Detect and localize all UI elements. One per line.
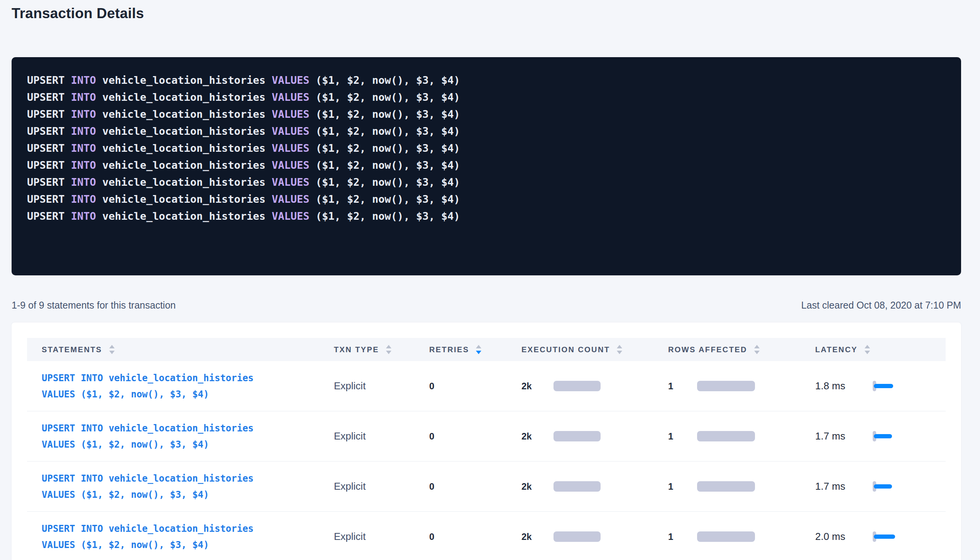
sort-desc-icon[interactable] — [109, 351, 115, 354]
statement-link[interactable]: UPSERT INTO vehicle_location_historiesVA… — [42, 420, 319, 453]
sort-asc-icon[interactable] — [754, 345, 760, 348]
sort-asc-icon[interactable] — [476, 345, 481, 348]
sql-statements-box: UPSERT INTO vehicle_location_histories V… — [12, 57, 961, 275]
sql-text: ($1, $2, now(), $3, $4) — [310, 159, 460, 171]
rows-affected-cell: 1 — [653, 481, 801, 492]
sort-control[interactable] — [617, 345, 622, 354]
statement-line-1: UPSERT INTO vehicle_location_histories — [42, 370, 319, 386]
latency-cell: 1.8 ms — [801, 380, 946, 392]
table-header-row: STATEMENTSTXN TYPERETRIESEXECUTION COUNT… — [27, 338, 946, 361]
column-header-label: STATEMENTS — [42, 345, 102, 354]
sort-asc-icon[interactable] — [865, 345, 870, 348]
sql-keyword: VALUES — [272, 74, 310, 86]
execution-count-bar — [553, 381, 601, 391]
sql-text — [65, 91, 71, 103]
sql-code-line: UPSERT INTO vehicle_location_histories V… — [27, 106, 946, 123]
execution-count-bar — [553, 481, 601, 492]
column-header-retries[interactable]: RETRIES — [415, 345, 507, 354]
sql-text — [65, 176, 71, 188]
rows-affected-cell: 1 — [653, 381, 801, 392]
sql-keyword: INTO — [71, 91, 96, 103]
execution-count-value: 2k — [521, 531, 553, 542]
sql-text: UPSERT — [27, 74, 65, 86]
execution-count-value: 2k — [521, 381, 553, 392]
sql-keyword: INTO — [71, 74, 96, 86]
statement-cell: UPSERT INTO vehicle_location_historiesVA… — [27, 470, 319, 503]
page-title: Transaction Details — [12, 5, 144, 22]
sql-keyword: INTO — [71, 193, 96, 205]
sql-keyword: VALUES — [272, 125, 310, 137]
statement-line-2: VALUES ($1, $2, now(), $3, $4) — [42, 487, 319, 503]
sql-text: ($1, $2, now(), $3, $4) — [310, 125, 460, 137]
column-header-statements[interactable]: STATEMENTS — [27, 345, 319, 354]
sql-text: UPSERT — [27, 193, 65, 205]
sql-text: UPSERT — [27, 159, 65, 171]
sort-control[interactable] — [865, 345, 870, 354]
statements-table-card: STATEMENTSTXN TYPERETRIESEXECUTION COUNT… — [12, 322, 961, 560]
txn-type-cell: Explicit — [319, 480, 415, 492]
execution-count-cell: 2k — [507, 531, 653, 542]
column-header-execution-count[interactable]: EXECUTION COUNT — [507, 345, 653, 354]
sort-control[interactable] — [109, 345, 115, 354]
sort-asc-icon[interactable] — [617, 345, 622, 348]
sql-text: vehicle_location_histories — [96, 142, 272, 154]
sql-text: vehicle_location_histories — [96, 91, 272, 103]
latency-bar-chart — [873, 431, 893, 441]
txn-type-cell: Explicit — [319, 380, 415, 392]
sql-keyword: INTO — [71, 159, 96, 171]
sort-desc-icon[interactable] — [617, 351, 622, 354]
statement-line-2: VALUES ($1, $2, now(), $3, $4) — [42, 386, 319, 402]
execution-count-value: 2k — [521, 481, 553, 492]
latency-bar — [874, 384, 893, 388]
sql-text: ($1, $2, now(), $3, $4) — [310, 142, 460, 154]
sql-text: ($1, $2, now(), $3, $4) — [310, 176, 460, 188]
statement-link[interactable]: UPSERT INTO vehicle_location_historiesVA… — [42, 521, 319, 553]
statement-link[interactable]: UPSERT INTO vehicle_location_historiesVA… — [42, 470, 319, 503]
sql-code-line: UPSERT INTO vehicle_location_histories V… — [27, 89, 946, 106]
table-row: UPSERT INTO vehicle_location_historiesVA… — [27, 512, 946, 560]
sort-asc-icon[interactable] — [109, 345, 115, 348]
sql-keyword: INTO — [71, 210, 96, 222]
rows-affected-value: 1 — [668, 431, 697, 442]
latency-value: 1.7 ms — [815, 430, 873, 442]
sort-control[interactable] — [476, 345, 481, 354]
column-header-rows-affected[interactable]: ROWS AFFECTED — [653, 345, 801, 354]
sql-text — [65, 108, 71, 120]
sql-text: ($1, $2, now(), $3, $4) — [310, 74, 460, 86]
rows-affected-bar — [697, 381, 755, 391]
sort-control[interactable] — [754, 345, 760, 354]
statement-line-1: UPSERT INTO vehicle_location_histories — [42, 470, 319, 487]
sql-text: vehicle_location_histories — [96, 176, 272, 188]
sql-text: ($1, $2, now(), $3, $4) — [310, 108, 460, 120]
sort-desc-icon[interactable] — [386, 351, 391, 354]
sort-desc-icon[interactable] — [476, 351, 481, 354]
sql-text: UPSERT — [27, 176, 65, 188]
latency-value: 1.8 ms — [815, 380, 873, 392]
rows-affected-bar — [697, 431, 755, 441]
rows-affected-value: 1 — [668, 531, 697, 542]
execution-count-value: 2k — [521, 431, 553, 442]
table-body: UPSERT INTO vehicle_location_historiesVA… — [27, 361, 946, 560]
column-header-latency[interactable]: LATENCY — [801, 345, 946, 354]
column-header-txn-type[interactable]: TXN TYPE — [319, 345, 415, 354]
sql-keyword: VALUES — [272, 91, 310, 103]
rows-affected-value: 1 — [668, 481, 697, 492]
sql-text — [65, 142, 71, 154]
sort-asc-icon[interactable] — [386, 345, 391, 348]
sql-code-line: UPSERT INTO vehicle_location_histories V… — [27, 208, 946, 225]
sort-desc-icon[interactable] — [754, 351, 760, 354]
latency-bar — [874, 484, 892, 489]
sql-code-line: UPSERT INTO vehicle_location_histories V… — [27, 174, 946, 191]
retries-cell: 0 — [415, 481, 507, 492]
sql-keyword: VALUES — [272, 176, 310, 188]
latency-cell: 2.0 ms — [801, 531, 946, 543]
sort-desc-icon[interactable] — [865, 351, 870, 354]
sort-control[interactable] — [386, 345, 391, 354]
statement-link[interactable]: UPSERT INTO vehicle_location_historiesVA… — [42, 370, 319, 402]
rows-affected-cell: 1 — [653, 531, 801, 542]
statement-line-2: VALUES ($1, $2, now(), $3, $4) — [42, 436, 319, 453]
sql-code-line: UPSERT INTO vehicle_location_histories V… — [27, 157, 946, 174]
execution-count-bar — [553, 531, 601, 542]
sql-code-line: UPSERT INTO vehicle_location_histories V… — [27, 191, 946, 208]
rows-affected-value: 1 — [668, 381, 697, 392]
